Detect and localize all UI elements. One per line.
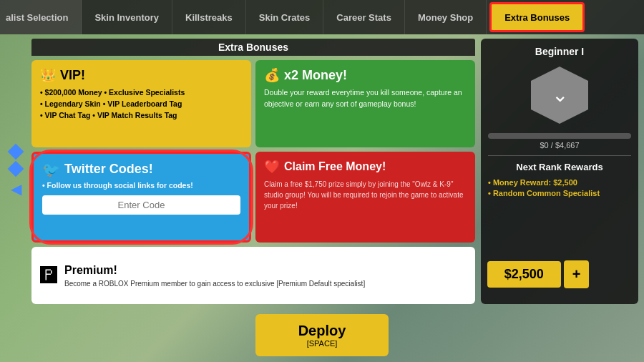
claim-card-body: Claim a free $1,750 prize simply by join… (264, 179, 467, 211)
money-card: 💰 x2 Money! Double your reward everytime… (255, 60, 475, 147)
claim-card-title: ❤️ Claim Free Money! (264, 159, 467, 175)
twitter-card-subtitle: • Follow us through social links for cod… (42, 181, 240, 190)
rank-title: Beginner I (535, 46, 584, 57)
rank-badge: ⌄ (524, 63, 595, 127)
deploy-button[interactable]: Deploy [SPACE] (255, 314, 389, 356)
premium-card: 🅿 Premium! Become a ROBLOX Premium membe… (31, 247, 475, 304)
plus-button[interactable]: + (564, 260, 590, 288)
panel-title: Extra Bonuses (31, 39, 475, 56)
bonus-grid: 👑 VIP! • $200,000 Money • Exclusive Spec… (31, 60, 475, 304)
progress-bar-container: $0 / $4,667 (488, 133, 631, 150)
diamond-icon-2 (8, 160, 24, 177)
rewards-list: • Money Reward: $2,500 • Random Common S… (488, 178, 631, 200)
vip-card-body: • $200,000 Money • Exclusive Specialists… (40, 87, 243, 121)
reward-item-2: • Random Common Specialist (488, 189, 631, 197)
content-area: ◀ Extra Bonuses 👑 VIP! • $200,000 Money … (0, 34, 644, 308)
premium-card-title: Premium! (64, 264, 365, 277)
bottom-bar: Deploy [SPACE] (0, 308, 644, 362)
money-amount: $2,500 (487, 261, 561, 288)
progress-text: $0 / $4,667 (488, 141, 631, 150)
nav-skin-inventory[interactable]: Skin Inventory (82, 0, 172, 34)
divider (488, 155, 631, 156)
arrow-left-icon[interactable]: ◀ (11, 180, 21, 197)
next-rank-title: Next Rank Rewards (516, 162, 602, 172)
twitter-card: 🐦 Twitter Codes! • Follow us through soc… (31, 152, 251, 243)
vip-card: 👑 VIP! • $200,000 Money • Exclusive Spec… (31, 60, 251, 147)
nav-career-stats[interactable]: Career Stats (323, 0, 405, 34)
nav-killstreaks[interactable]: Killstreaks (172, 0, 246, 34)
twitter-icon: 🐦 (42, 161, 60, 178)
premium-icon: 🅿 (40, 265, 57, 285)
nav-money-shop[interactable]: Money Shop (405, 0, 487, 34)
top-navigation: alist Selection Skin Inventory Killstrea… (0, 0, 644, 34)
hex-chevron-icon: ⌄ (552, 85, 568, 105)
progress-bar-bg (488, 133, 631, 139)
nav-skin-crates[interactable]: Skin Crates (246, 0, 324, 34)
nav-specialist-selection[interactable]: alist Selection (0, 0, 82, 34)
money-icon: 💰 (264, 67, 280, 83)
heart-icon: ❤️ (264, 159, 280, 175)
diamond-icon (8, 143, 24, 160)
money-display: $2,500 + (467, 260, 610, 288)
money-card-title: 💰 x2 Money! (264, 67, 467, 83)
crown-icon: 👑 (40, 67, 56, 83)
enter-code-input[interactable] (42, 195, 240, 215)
money-card-body: Double your reward everytime you kill so… (264, 87, 467, 110)
claim-card: ❤️ Claim Free Money! Claim a free $1,750… (255, 152, 475, 243)
hex-shape: ⌄ (531, 67, 588, 124)
vip-card-title: 👑 VIP! (40, 67, 243, 83)
nav-extra-bonuses[interactable]: Extra Bonuses (489, 2, 585, 32)
right-panel: Beginner I ⌄ $0 / $4,667 Next Rank (481, 39, 638, 304)
left-panel: ◀ (6, 39, 26, 304)
premium-card-body: Become a ROBLOX Premium member to gain a… (64, 280, 365, 288)
twitter-card-title: 🐦 Twitter Codes! (42, 161, 240, 178)
reward-item-1: • Money Reward: $2,500 (488, 178, 631, 187)
middle-panel: Extra Bonuses 👑 VIP! • $200,000 Money • … (31, 39, 475, 304)
